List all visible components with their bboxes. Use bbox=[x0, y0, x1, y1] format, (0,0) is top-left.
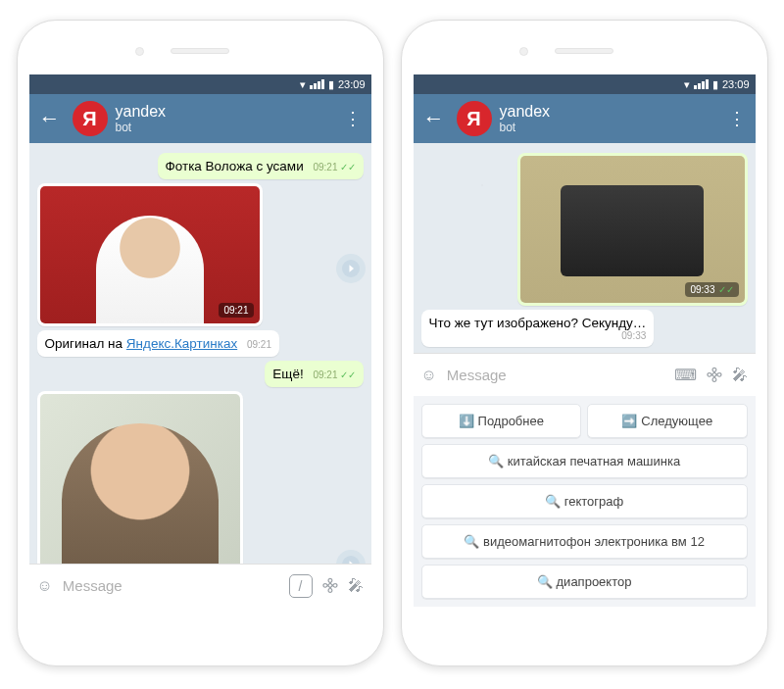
status-time: 23:09 bbox=[722, 78, 750, 90]
message-text: Оригинал на bbox=[45, 336, 126, 351]
kbd-suggestion[interactable]: 🔍китайская печатная машинка bbox=[421, 444, 748, 478]
image-time: 09:21 bbox=[219, 303, 253, 318]
search-icon: 🔍 bbox=[488, 454, 504, 468]
kbd-suggestion[interactable]: 🔍диапроектор bbox=[421, 565, 748, 599]
image-message[interactable] bbox=[37, 391, 243, 564]
status-bar: ▾ ▮ 23:09 bbox=[29, 74, 371, 94]
message-time: 09:33 bbox=[621, 330, 646, 341]
signal-icon bbox=[310, 79, 324, 89]
image-time: 09:33✓✓ bbox=[685, 282, 738, 297]
message-in[interactable]: Оригинал на Яндекс.Картинках 09:21 bbox=[37, 330, 280, 357]
kbd-suggestion[interactable]: 🔍гектограф bbox=[421, 484, 748, 518]
avatar[interactable]: Я bbox=[73, 101, 108, 136]
phone-left: ▾ ▮ 23:09 ← Я yandex bot ⋮ Фотка Воложа … bbox=[17, 20, 384, 666]
read-checks-icon: ✓✓ bbox=[340, 369, 356, 380]
forward-button[interactable] bbox=[336, 550, 366, 564]
photo-portrait: 09:21 bbox=[40, 186, 260, 323]
image-message-out[interactable]: 09:33✓✓ bbox=[517, 153, 748, 306]
mic-icon[interactable]: 🎤︎ bbox=[732, 367, 748, 384]
back-button[interactable]: ← bbox=[35, 106, 65, 131]
link[interactable]: Яндекс.Картинках bbox=[126, 336, 237, 351]
message-input[interactable]: Message bbox=[63, 577, 279, 594]
image-message[interactable]: 09:21 bbox=[37, 183, 263, 326]
message-time: 09:21 bbox=[313, 369, 337, 380]
message-out[interactable]: Ещё! 09:21✓✓ bbox=[265, 361, 363, 387]
kbd-more-button[interactable]: ⬇️Подробнее bbox=[421, 404, 582, 438]
status-bar: ▾ ▮ 23:09 bbox=[414, 74, 756, 94]
chat-subtitle: bot bbox=[500, 121, 724, 134]
chat-title[interactable]: yandex bbox=[500, 102, 724, 121]
forward-button[interactable] bbox=[336, 254, 366, 283]
avatar[interactable]: Я bbox=[457, 101, 492, 136]
more-button[interactable]: ⋮ bbox=[340, 108, 366, 129]
mic-icon[interactable]: 🎤︎ bbox=[348, 577, 364, 595]
kbd-next-button[interactable]: ➡️Следующее bbox=[587, 404, 748, 438]
message-text: Ещё! bbox=[272, 367, 303, 381]
attach-icon[interactable]: ⌘ bbox=[318, 573, 342, 598]
bot-keyboard: ⬇️Подробнее ➡️Следующее 🔍китайская печат… bbox=[414, 396, 756, 607]
kbd-suggestion[interactable]: 🔍видеомагнитофон электроника вм 12 bbox=[421, 524, 748, 559]
battery-icon: ▮ bbox=[712, 78, 718, 91]
back-button[interactable]: ← bbox=[419, 106, 449, 131]
message-input[interactable]: Message bbox=[447, 367, 664, 383]
wifi-icon: ▾ bbox=[300, 78, 306, 91]
commands-button[interactable]: / bbox=[289, 574, 313, 598]
message-text: Фотка Воложа с усами bbox=[166, 159, 304, 173]
message-time: 09:21 bbox=[313, 162, 337, 172]
message-out[interactable]: Фотка Воложа с усами 09:21✓✓ bbox=[158, 153, 364, 179]
photo-machine: 09:33✓✓ bbox=[520, 156, 745, 303]
search-icon: 🔍 bbox=[537, 574, 553, 589]
more-button[interactable]: ⋮ bbox=[724, 108, 750, 129]
chat-area[interactable]: 09:33✓✓ Что же тут изображено? Секунду… … bbox=[414, 143, 756, 353]
right-arrow-icon: ➡️ bbox=[621, 414, 637, 428]
search-icon: 🔍 bbox=[464, 534, 479, 549]
emoji-icon[interactable]: ☺ bbox=[421, 367, 437, 384]
keyboard-icon[interactable]: ⌨ bbox=[674, 366, 697, 384]
chat-header: ← Я yandex bot ⋮ bbox=[414, 94, 756, 143]
input-bar: ☺ Message / ⌘ 🎤︎ bbox=[29, 564, 371, 607]
down-arrow-icon: ⬇️ bbox=[459, 414, 474, 428]
battery-icon: ▮ bbox=[328, 78, 334, 91]
phone-right: ▾ ▮ 23:09 ← Я yandex bot ⋮ 09:33✓✓ bbox=[401, 20, 768, 666]
attach-icon[interactable]: ⌘ bbox=[702, 363, 726, 387]
chat-area[interactable]: Фотка Воложа с усами 09:21✓✓ 09:21 Ориги… bbox=[29, 143, 371, 564]
emoji-icon[interactable]: ☺ bbox=[37, 577, 53, 595]
chat-title[interactable]: yandex bbox=[116, 102, 340, 121]
status-time: 23:09 bbox=[338, 78, 366, 90]
message-text: Что же тут изображено? Секунду… bbox=[429, 316, 647, 330]
input-bar: ☺ Message ⌨ ⌘ 🎤︎ bbox=[414, 353, 756, 396]
signal-icon bbox=[694, 79, 709, 89]
chat-subtitle: bot bbox=[116, 121, 340, 134]
read-checks-icon: ✓✓ bbox=[340, 162, 356, 172]
message-time: 09:21 bbox=[247, 339, 271, 350]
message-in[interactable]: Что же тут изображено? Секунду… 09:33 bbox=[421, 310, 655, 347]
wifi-icon: ▾ bbox=[684, 78, 690, 91]
search-icon: 🔍 bbox=[545, 494, 561, 509]
photo-portrait bbox=[40, 394, 240, 564]
chat-header: ← Я yandex bot ⋮ bbox=[29, 94, 371, 143]
